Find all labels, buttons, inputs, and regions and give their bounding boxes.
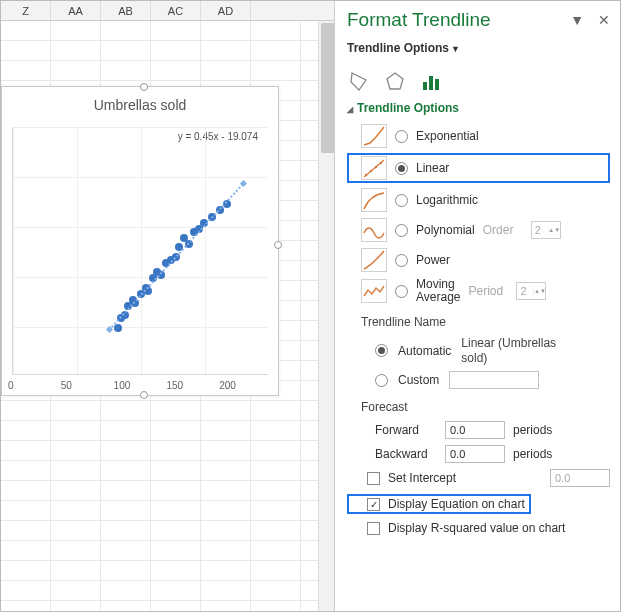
option-polynomial[interactable]: Polynomial Order 2▲▼ [347,215,610,245]
linear-icon [361,156,387,180]
radio-linear[interactable] [395,162,408,175]
custom-name-input[interactable] [449,371,539,389]
cell-grid[interactable]: Umbrellas sold y = 0.45x - 19.074 0 50 1… [1,21,336,611]
selection-handle[interactable] [140,391,148,399]
set-intercept-row[interactable]: Set Intercept 0.0 [347,466,610,490]
trendline-options-tab-icon[interactable] [419,69,443,93]
exponential-icon [361,124,387,148]
display-rsquared-row[interactable]: Display R-squared value on chart [347,518,610,538]
radio-power[interactable] [395,254,408,267]
col-header[interactable]: AB [101,1,151,20]
name-custom-row[interactable]: Custom [347,368,610,392]
intercept-input: 0.0 [550,469,610,487]
col-header[interactable]: Z [1,1,51,20]
plot-area[interactable] [12,127,268,375]
option-linear[interactable]: Linear [347,153,610,183]
svg-rect-3 [435,79,439,90]
scrollbar-thumb[interactable] [321,23,335,153]
checkbox-display-equation[interactable] [367,498,380,511]
moving-average-icon [361,279,387,303]
forecast-forward-row: Forward 0.0 periods [347,418,610,442]
trendline-options-dropdown[interactable]: Trendline Options▼ [347,41,610,55]
column-headers: Z AA AB AC AD [1,1,336,21]
auto-name-readout: Linear (Umbrellas sold) [461,336,571,365]
option-logarithmic[interactable]: Logarithmic [347,185,610,215]
svg-rect-2 [429,76,433,90]
task-pane-options-icon[interactable]: ▼ [570,12,584,28]
backward-input[interactable]: 0.0 [445,445,505,463]
order-spinner[interactable]: 2▲▼ [531,221,561,239]
forecast-heading: Forecast [361,400,610,414]
forward-input[interactable]: 0.0 [445,421,505,439]
svg-marker-0 [387,73,403,89]
option-power[interactable]: Power [347,245,610,275]
panel-tabs [347,69,610,93]
x-axis-ticks: 0 50 100 150 200 [2,380,278,391]
fill-line-tab-icon[interactable] [347,69,371,93]
order-label: Order [483,223,523,237]
polynomial-icon [361,218,387,242]
close-icon[interactable]: ✕ [598,12,610,28]
col-header[interactable]: AA [51,1,101,20]
section-trendline-options[interactable]: Trendline Options [347,101,610,115]
forecast-backward-row: Backward 0.0 periods [347,442,610,466]
period-spinner[interactable]: 2▲▼ [516,282,546,300]
trendline-name-heading: Trendline Name [361,315,610,329]
trendline[interactable] [108,183,243,330]
format-trendline-panel: Format Trendline ▼ ✕ Trendline Options▼ … [334,1,620,611]
logarithmic-icon [361,188,387,212]
radio-automatic[interactable] [375,344,388,357]
selection-handle[interactable] [274,241,282,249]
checkbox-display-rsquared[interactable] [367,522,380,535]
svg-rect-1 [423,82,427,90]
checkbox-set-intercept[interactable] [367,472,380,485]
effects-tab-icon[interactable] [383,69,407,93]
col-header[interactable]: AD [201,1,251,20]
option-exponential[interactable]: Exponential [347,121,610,151]
display-equation-row[interactable]: Display Equation on chart [347,494,531,514]
chart-title[interactable]: Umbrellas sold [2,97,278,113]
svg-line-8 [364,160,384,177]
embedded-chart[interactable]: Umbrellas sold y = 0.45x - 19.074 0 50 1… [1,86,279,396]
col-header[interactable]: AC [151,1,201,20]
selection-handle[interactable] [140,83,148,91]
radio-custom[interactable] [375,374,388,387]
radio-exponential[interactable] [395,130,408,143]
spreadsheet-area[interactable]: Z AA AB AC AD Umbrellas sold y = 0.45x -… [1,1,336,611]
name-automatic-row[interactable]: Automatic Linear (Umbrellas sold) [347,333,610,368]
radio-polynomial[interactable] [395,224,408,237]
power-icon [361,248,387,272]
radio-moving-average[interactable] [395,285,408,298]
option-moving-average[interactable]: Moving Average Period 2▲▼ [347,275,610,307]
panel-title: Format Trendline [347,9,491,31]
radio-logarithmic[interactable] [395,194,408,207]
period-label: Period [468,284,508,298]
